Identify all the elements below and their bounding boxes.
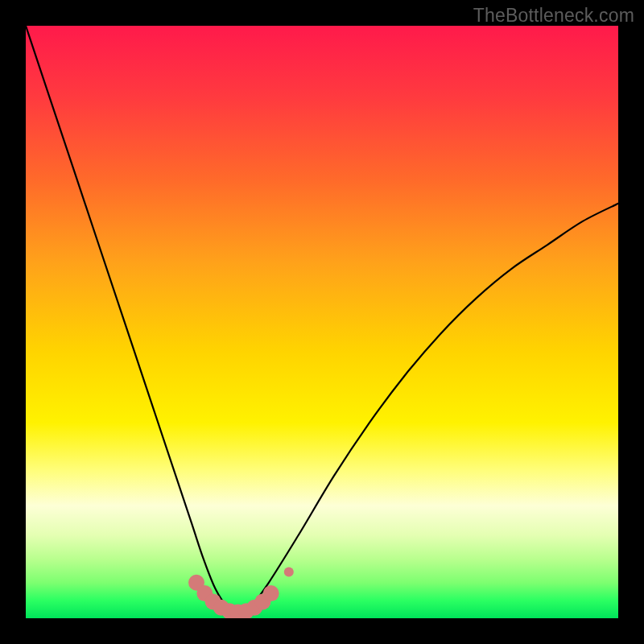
salmon-dot xyxy=(284,568,294,577)
bottleneck-curve xyxy=(26,26,618,613)
curve-layer xyxy=(26,26,618,618)
salmon-dot-group xyxy=(188,568,294,618)
chart-frame: TheBottleneck.com xyxy=(0,0,644,644)
plot-area xyxy=(26,26,618,618)
watermark-text: TheBottleneck.com xyxy=(473,5,634,27)
salmon-dot xyxy=(263,585,279,601)
